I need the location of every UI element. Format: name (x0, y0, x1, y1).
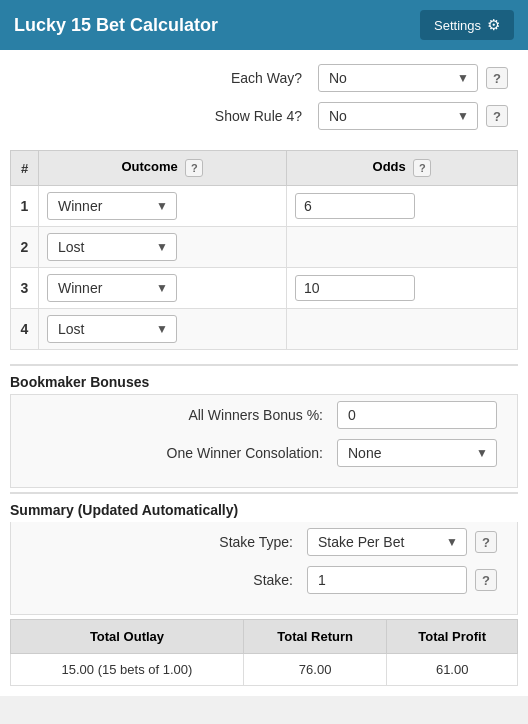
stake-row: Stake: ? (31, 566, 497, 594)
odds-cell-4 (286, 309, 517, 350)
summary-section: Stake Type: Stake Per Bet Total Stake ▼ … (10, 522, 518, 615)
odds-cell-2 (286, 227, 517, 268)
show-rule-label: Show Rule 4? (215, 108, 302, 124)
each-way-select-wrapper: No Yes ▼ (318, 64, 478, 92)
row-num-1: 1 (11, 186, 39, 227)
total-profit-value: 61.00 (387, 654, 518, 686)
all-winners-label: All Winners Bonus %: (188, 407, 323, 423)
outcome-select-3[interactable]: WinnerLostPlacedVoidNon-Runner (47, 274, 177, 302)
settings-button[interactable]: Settings ⚙ (420, 10, 514, 40)
outcome-select-4[interactable]: WinnerLostPlacedVoidNon-Runner (47, 315, 177, 343)
summary-title: Summary (Updated Automatically) (0, 494, 528, 522)
table-row: 2WinnerLostPlacedVoidNon-Runner▼ (11, 227, 518, 268)
outcome-select-wrapper-4: WinnerLostPlacedVoidNon-Runner▼ (47, 315, 177, 343)
each-way-row: Each Way? No Yes ▼ ? (20, 64, 508, 92)
table-row: 3WinnerLostPlacedVoidNon-Runner▼ (11, 268, 518, 309)
show-rule-row: Show Rule 4? No Yes ▼ ? (20, 102, 508, 130)
col-odds-header: Odds ? (286, 151, 517, 186)
table-row: 1WinnerLostPlacedVoidNon-Runner▼ (11, 186, 518, 227)
outcome-cell-2: WinnerLostPlacedVoidNon-Runner▼ (39, 227, 287, 268)
bonuses-section: All Winners Bonus %: One Winner Consolat… (10, 394, 518, 488)
total-outlay-value: 15.00 (15 bets of 1.00) (11, 654, 244, 686)
all-winners-input[interactable] (337, 401, 497, 429)
app-header: Lucky 15 Bet Calculator Settings ⚙ (0, 0, 528, 50)
results-header-row: Total Outlay Total Return Total Profit (11, 620, 518, 654)
one-winner-select[interactable]: None Double 1/4 Odds 1/5 Odds (337, 439, 497, 467)
settings-label: Settings (434, 18, 481, 33)
table-row: 4WinnerLostPlacedVoidNon-Runner▼ (11, 309, 518, 350)
results-data-row: 15.00 (15 bets of 1.00) 76.00 61.00 (11, 654, 518, 686)
odds-input-3[interactable] (295, 275, 415, 301)
one-winner-row: One Winner Consolation: None Double 1/4 … (31, 439, 497, 467)
stake-type-row: Stake Type: Stake Per Bet Total Stake ▼ … (31, 528, 497, 556)
gear-icon: ⚙ (487, 16, 500, 34)
each-way-help-button[interactable]: ? (486, 67, 508, 89)
col-total-return-header: Total Return (243, 620, 386, 654)
top-form: Each Way? No Yes ▼ ? Show Rule 4? No Yes… (0, 50, 528, 150)
outcome-cell-4: WinnerLostPlacedVoidNon-Runner▼ (39, 309, 287, 350)
outcome-cell-1: WinnerLostPlacedVoidNon-Runner▼ (39, 186, 287, 227)
col-total-profit-header: Total Profit (387, 620, 518, 654)
app-title: Lucky 15 Bet Calculator (14, 15, 218, 36)
show-rule-select[interactable]: No Yes (318, 102, 478, 130)
outcome-cell-3: WinnerLostPlacedVoidNon-Runner▼ (39, 268, 287, 309)
stake-type-help-button[interactable]: ? (475, 531, 497, 553)
odds-help-icon[interactable]: ? (413, 159, 431, 177)
total-return-value: 76.00 (243, 654, 386, 686)
outcome-select-wrapper-2: WinnerLostPlacedVoidNon-Runner▼ (47, 233, 177, 261)
stake-label: Stake: (253, 572, 293, 588)
each-way-label: Each Way? (231, 70, 302, 86)
show-rule-select-wrapper: No Yes ▼ (318, 102, 478, 130)
one-winner-label: One Winner Consolation: (167, 445, 323, 461)
stake-type-label: Stake Type: (219, 534, 293, 550)
outcome-select-wrapper-3: WinnerLostPlacedVoidNon-Runner▼ (47, 274, 177, 302)
col-total-outlay-header: Total Outlay (11, 620, 244, 654)
stake-type-select-wrapper: Stake Per Bet Total Stake ▼ (307, 528, 467, 556)
row-num-4: 4 (11, 309, 39, 350)
selections-table-container: # Outcome ? Odds ? 1WinnerLostPlacedVoid… (0, 150, 528, 360)
col-outcome-header: Outcome ? (39, 151, 287, 186)
results-table-container: Total Outlay Total Return Total Profit 1… (0, 615, 528, 696)
table-header-row: # Outcome ? Odds ? (11, 151, 518, 186)
odds-input-1[interactable] (295, 193, 415, 219)
outcome-select-2[interactable]: WinnerLostPlacedVoidNon-Runner (47, 233, 177, 261)
outcome-select-wrapper-1: WinnerLostPlacedVoidNon-Runner▼ (47, 192, 177, 220)
row-num-3: 3 (11, 268, 39, 309)
stake-help-button[interactable]: ? (475, 569, 497, 591)
outcome-select-1[interactable]: WinnerLostPlacedVoidNon-Runner (47, 192, 177, 220)
one-winner-select-wrapper: None Double 1/4 Odds 1/5 Odds ▼ (337, 439, 497, 467)
stake-type-select[interactable]: Stake Per Bet Total Stake (307, 528, 467, 556)
outcome-help-icon[interactable]: ? (185, 159, 203, 177)
show-rule-help-button[interactable]: ? (486, 105, 508, 127)
selections-table: # Outcome ? Odds ? 1WinnerLostPlacedVoid… (10, 150, 518, 350)
stake-input[interactable] (307, 566, 467, 594)
odds-cell-3 (286, 268, 517, 309)
results-table: Total Outlay Total Return Total Profit 1… (10, 619, 518, 686)
all-winners-row: All Winners Bonus %: (31, 401, 497, 429)
odds-cell-1 (286, 186, 517, 227)
each-way-select[interactable]: No Yes (318, 64, 478, 92)
bonuses-title: Bookmaker Bonuses (0, 366, 528, 394)
col-num-header: # (11, 151, 39, 186)
row-num-2: 2 (11, 227, 39, 268)
